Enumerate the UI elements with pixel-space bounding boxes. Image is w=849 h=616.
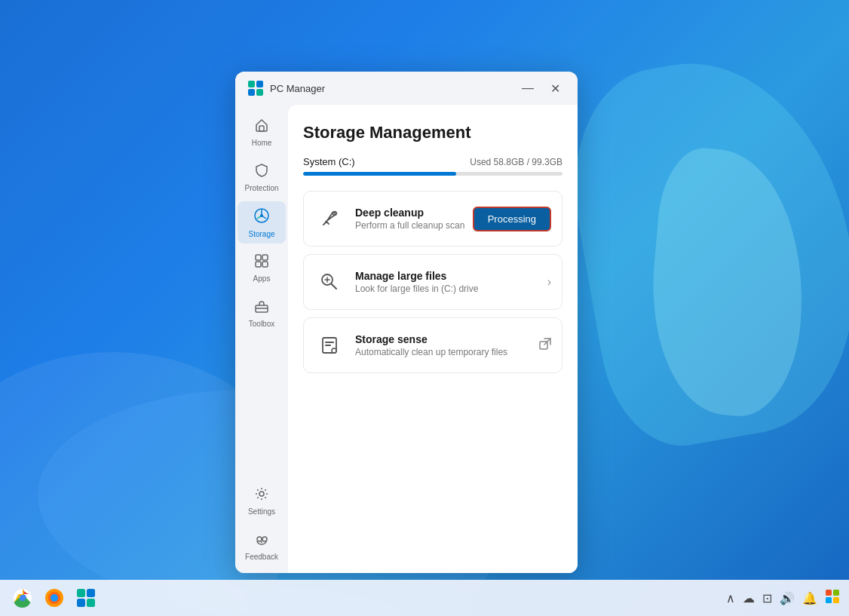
- sidebar-item-protection[interactable]: Protection: [238, 156, 286, 198]
- taskbar-right: ∧ ☁ ⊡ 🔊 🔔: [726, 589, 840, 607]
- main-content: Storage Management System (C:) Used 58.8…: [288, 105, 578, 573]
- svg-rect-23: [325, 345, 331, 346]
- drive-bar-track: [303, 172, 562, 176]
- volume-icon[interactable]: 🔊: [780, 591, 795, 605]
- svg-rect-37: [833, 590, 839, 596]
- svg-rect-1: [256, 81, 263, 87]
- svg-point-31: [51, 594, 58, 602]
- manage-large-files-card[interactable]: Manage large files Look for large files …: [303, 254, 562, 310]
- storage-sense-desc: Automatically clean up temporary files: [355, 347, 539, 357]
- storage-sense-title: Storage sense: [355, 333, 539, 345]
- deep-cleanup-title: Deep cleanup: [355, 207, 473, 219]
- protection-icon: [254, 163, 269, 182]
- feedback-icon: [254, 532, 269, 550]
- sidebar-item-storage[interactable]: Storage: [238, 201, 286, 244]
- svg-point-6: [260, 214, 263, 217]
- svg-rect-8: [262, 255, 268, 260]
- drive-section: System (C:) Used 58.8GB / 99.3GB: [303, 156, 562, 176]
- minimize-button[interactable]: —: [517, 78, 538, 99]
- sidebar-feedback-label: Feedback: [245, 553, 278, 561]
- window-title: PC Manager: [270, 83, 517, 94]
- manage-large-files-desc: Look for large files in (C:) drive: [355, 283, 547, 294]
- taskbar-left: [9, 584, 100, 611]
- svg-line-18: [332, 284, 337, 290]
- taskbar-pcmanager-icon[interactable]: [72, 584, 100, 611]
- svg-point-13: [259, 492, 264, 496]
- svg-point-15: [262, 537, 267, 541]
- svg-rect-10: [262, 262, 268, 267]
- svg-rect-9: [256, 262, 261, 267]
- svg-rect-7: [256, 255, 261, 260]
- bell-icon[interactable]: 🔔: [802, 591, 817, 605]
- svg-rect-3: [256, 89, 263, 96]
- svg-rect-2: [248, 89, 255, 96]
- processing-button[interactable]: Processing: [473, 207, 551, 231]
- storage-sense-info: Storage sense Automatically clean up tem…: [355, 333, 539, 357]
- display-icon[interactable]: ⊡: [762, 591, 772, 605]
- deep-cleanup-icon: [319, 208, 340, 229]
- colorful-icon[interactable]: [825, 589, 840, 607]
- app-window: PC Manager — ✕ Home: [235, 72, 578, 573]
- window-controls: — ✕: [517, 78, 565, 99]
- sidebar-item-home[interactable]: Home: [238, 111, 286, 153]
- sidebar-toolbox-label: Toolbox: [249, 320, 274, 328]
- taskbar-system-icons: ∧ ☁ ⊡ 🔊 🔔: [726, 589, 840, 607]
- close-button[interactable]: ✕: [544, 78, 565, 99]
- external-link-icon: [539, 338, 551, 353]
- svg-rect-0: [248, 81, 255, 87]
- storage-sense-icon: [320, 336, 339, 355]
- desktop: PC Manager — ✕ Home: [0, 0, 849, 616]
- sidebar-storage-label: Storage: [248, 230, 274, 238]
- svg-rect-39: [833, 597, 839, 603]
- taskbar-chrome-icon[interactable]: [9, 584, 36, 611]
- sidebar: Home Protection: [235, 105, 288, 573]
- drive-header: System (C:) Used 58.8GB / 99.3GB: [303, 156, 562, 167]
- app-body: Home Protection: [235, 105, 578, 573]
- svg-point-28: [20, 595, 26, 601]
- storage-sense-icon-wrap: [314, 330, 345, 360]
- app-logo: [247, 80, 264, 97]
- page-title: Storage Management: [303, 123, 562, 143]
- taskbar-firefox-icon[interactable]: [41, 584, 68, 611]
- sidebar-item-apps[interactable]: Apps: [238, 247, 286, 289]
- drive-name: System (C:): [303, 156, 355, 167]
- svg-point-24: [332, 348, 336, 353]
- svg-rect-38: [826, 597, 832, 603]
- sidebar-settings-label: Settings: [248, 507, 275, 516]
- svg-rect-22: [325, 342, 334, 343]
- storage-sense-card[interactable]: Storage sense Automatically clean up tem…: [303, 317, 562, 373]
- deep-cleanup-icon-wrap: [314, 204, 345, 234]
- sidebar-apps-label: Apps: [253, 274, 271, 283]
- sidebar-item-toolbox[interactable]: Toolbox: [238, 292, 286, 334]
- svg-rect-34: [77, 599, 85, 607]
- sidebar-protection-label: Protection: [244, 184, 278, 192]
- drive-usage: Used 58.8GB / 99.3GB: [470, 157, 562, 167]
- taskbar: ∧ ☁ ⊡ 🔊 🔔: [0, 580, 849, 616]
- storage-sense-action: [539, 338, 551, 353]
- deep-cleanup-action: Processing: [473, 207, 551, 231]
- sidebar-home-label: Home: [252, 139, 272, 147]
- cloud-icon[interactable]: ☁: [743, 591, 755, 605]
- svg-rect-36: [826, 590, 832, 596]
- deep-cleanup-desc: Perform a full cleanup scan: [355, 220, 473, 231]
- manage-large-files-action: ›: [547, 275, 551, 289]
- manage-files-icon: [319, 271, 340, 293]
- svg-rect-35: [87, 599, 95, 607]
- deep-cleanup-card[interactable]: Deep cleanup Perform a full cleanup scan…: [303, 191, 562, 247]
- sidebar-item-feedback[interactable]: Feedback: [238, 525, 286, 567]
- title-bar: PC Manager — ✕: [235, 72, 578, 105]
- svg-rect-33: [87, 589, 95, 597]
- settings-icon: [254, 486, 269, 505]
- svg-rect-32: [77, 589, 85, 597]
- toolbox-icon: [254, 299, 269, 317]
- sidebar-item-settings[interactable]: Settings: [238, 480, 286, 522]
- chevron-right-icon: ›: [547, 275, 551, 289]
- svg-rect-4: [259, 126, 264, 131]
- svg-point-14: [257, 537, 262, 541]
- home-icon: [254, 118, 269, 136]
- manage-large-files-icon-wrap: [314, 267, 345, 297]
- manage-large-files-info: Manage large files Look for large files …: [355, 270, 547, 294]
- deep-cleanup-info: Deep cleanup Perform a full cleanup scan: [355, 207, 473, 231]
- storage-icon: [253, 207, 270, 228]
- chevron-up-icon[interactable]: ∧: [726, 591, 735, 605]
